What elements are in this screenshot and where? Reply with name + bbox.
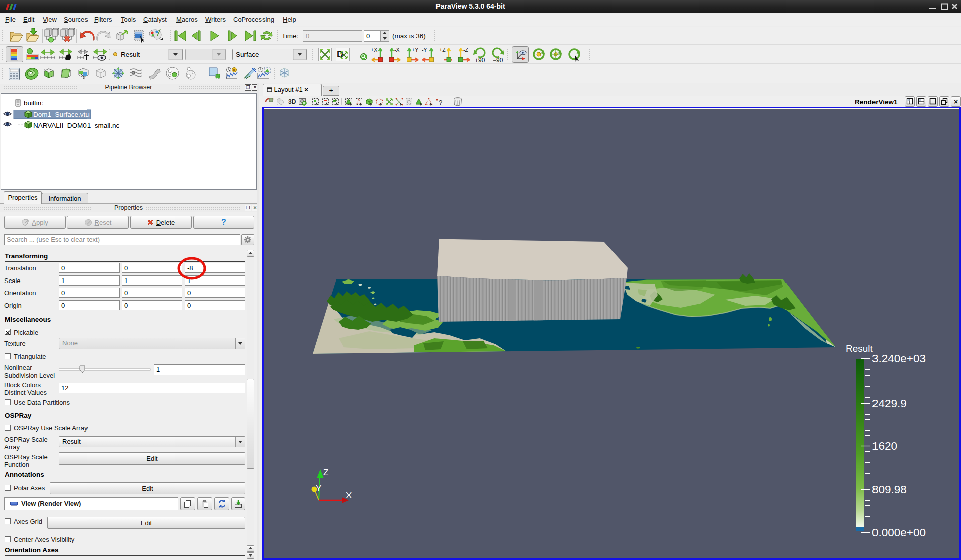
svg-text:(max is 36): (max is 36) bbox=[392, 32, 426, 40]
svg-text:+Z: +Z bbox=[439, 47, 446, 53]
svg-text:3.240e+03: 3.240e+03 bbox=[872, 352, 926, 365]
svg-text:Result: Result bbox=[846, 343, 873, 354]
svg-text:D: D bbox=[337, 49, 343, 59]
svg-text:3D: 3D bbox=[288, 98, 296, 105]
svg-text:Time:: Time: bbox=[282, 32, 298, 40]
svg-text:-Y: -Y bbox=[422, 47, 427, 53]
svg-text:Result: Result bbox=[121, 51, 140, 58]
svg-text:809.98: 809.98 bbox=[872, 483, 907, 496]
svg-text:X: X bbox=[346, 491, 352, 500]
svg-text:Z: Z bbox=[323, 468, 328, 477]
svg-text:-X: -X bbox=[394, 47, 400, 53]
svg-text:0: 0 bbox=[366, 32, 370, 40]
svg-text:Surface: Surface bbox=[236, 51, 259, 58]
svg-text:2429.9: 2429.9 bbox=[872, 397, 907, 410]
svg-text:-Z: -Z bbox=[463, 47, 468, 53]
svg-text:1620: 1620 bbox=[872, 440, 897, 452]
svg-text:0.000e+00: 0.000e+00 bbox=[872, 526, 926, 539]
svg-text:+90: +90 bbox=[475, 57, 485, 64]
svg-text:Y: Y bbox=[316, 484, 321, 493]
svg-text:?: ? bbox=[439, 99, 442, 106]
svg-text:+Y: +Y bbox=[412, 47, 418, 53]
svg-text:+X: +X bbox=[371, 47, 377, 53]
svg-text:−90: −90 bbox=[493, 57, 503, 64]
svg-text:0: 0 bbox=[306, 32, 309, 40]
